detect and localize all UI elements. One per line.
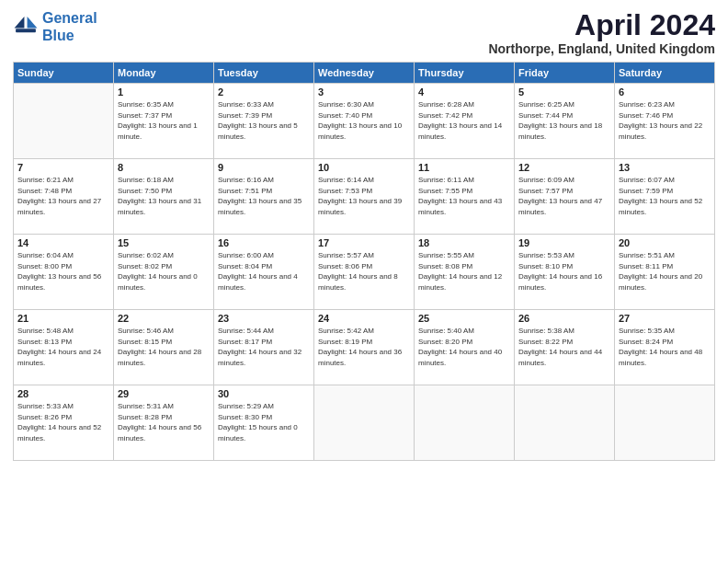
day-number: 26 (518, 313, 610, 324)
day-info: Sunrise: 6:00 AMSunset: 8:04 PMDaylight:… (218, 250, 310, 293)
day-info: Sunrise: 6:14 AMSunset: 7:53 PMDaylight:… (318, 175, 410, 217)
day-number: 11 (418, 162, 510, 173)
calendar-cell: 13Sunrise: 6:07 AMSunset: 7:59 PMDayligh… (615, 159, 715, 235)
calendar-cell: 14Sunrise: 6:04 AMSunset: 8:00 PMDayligh… (14, 235, 114, 310)
day-number: 23 (218, 313, 310, 324)
day-info: Sunrise: 5:29 AMSunset: 8:30 PMDaylight:… (218, 401, 310, 443)
day-info: Sunrise: 6:23 AMSunset: 7:46 PMDaylight:… (619, 99, 711, 142)
day-info: Sunrise: 6:02 AMSunset: 8:02 PMDaylight:… (118, 250, 210, 293)
day-info: Sunrise: 5:51 AMSunset: 8:11 PMDaylight:… (619, 250, 711, 293)
calendar-cell: 23Sunrise: 5:44 AMSunset: 8:17 PMDayligh… (214, 310, 314, 385)
header-row: Sunday Monday Tuesday Wednesday Thursday… (14, 63, 715, 84)
logo-icon (13, 14, 39, 40)
svg-marker-0 (28, 17, 38, 28)
col-friday: Friday (515, 63, 615, 84)
calendar-week-5: 28Sunrise: 5:33 AMSunset: 8:26 PMDayligh… (14, 385, 715, 461)
col-wednesday: Wednesday (314, 63, 415, 84)
day-info: Sunrise: 6:07 AMSunset: 7:59 PMDaylight:… (619, 175, 711, 217)
calendar-cell: 28Sunrise: 5:33 AMSunset: 8:26 PMDayligh… (14, 385, 114, 461)
calendar-cell: 26Sunrise: 5:38 AMSunset: 8:22 PMDayligh… (515, 310, 615, 385)
calendar-cell (515, 385, 615, 461)
day-info: Sunrise: 6:09 AMSunset: 7:57 PMDaylight:… (518, 175, 610, 217)
day-number: 13 (619, 162, 711, 173)
day-number: 20 (619, 237, 711, 248)
calendar-cell: 20Sunrise: 5:51 AMSunset: 8:11 PMDayligh… (615, 235, 715, 310)
calendar-week-2: 7Sunrise: 6:21 AMSunset: 7:48 PMDaylight… (14, 159, 715, 235)
day-info: Sunrise: 5:55 AMSunset: 8:08 PMDaylight:… (418, 250, 510, 293)
day-info: Sunrise: 5:46 AMSunset: 8:15 PMDaylight:… (118, 326, 210, 368)
calendar-cell: 10Sunrise: 6:14 AMSunset: 7:53 PMDayligh… (314, 159, 415, 235)
day-info: Sunrise: 5:44 AMSunset: 8:17 PMDaylight:… (218, 326, 310, 368)
month-title: April 2024 (488, 9, 715, 41)
calendar-cell: 2Sunrise: 6:33 AMSunset: 7:39 PMDaylight… (214, 84, 314, 159)
location: Northorpe, England, United Kingdom (488, 41, 715, 56)
day-info: Sunrise: 5:38 AMSunset: 8:22 PMDaylight:… (518, 326, 610, 368)
title-block: April 2024 Northorpe, England, United Ki… (488, 9, 715, 56)
svg-rect-2 (16, 29, 36, 33)
day-number: 16 (218, 237, 310, 248)
day-info: Sunrise: 6:21 AMSunset: 7:48 PMDaylight:… (17, 175, 109, 217)
calendar-cell: 17Sunrise: 5:57 AMSunset: 8:06 PMDayligh… (314, 235, 415, 310)
day-info: Sunrise: 5:57 AMSunset: 8:06 PMDaylight:… (318, 250, 410, 293)
header: General Blue April 2024 Northorpe, Engla… (13, 9, 715, 56)
calendar-cell: 30Sunrise: 5:29 AMSunset: 8:30 PMDayligh… (214, 385, 314, 461)
col-thursday: Thursday (415, 63, 515, 84)
calendar-cell: 3Sunrise: 6:30 AMSunset: 7:40 PMDaylight… (314, 84, 415, 159)
day-number: 4 (418, 86, 510, 98)
day-number: 18 (418, 237, 510, 248)
day-number: 27 (619, 313, 711, 324)
col-monday: Monday (114, 63, 214, 84)
calendar-cell: 16Sunrise: 6:00 AMSunset: 8:04 PMDayligh… (214, 235, 314, 310)
calendar-cell: 1Sunrise: 6:35 AMSunset: 7:37 PMDaylight… (114, 84, 214, 159)
logo-line1: General (42, 10, 97, 26)
logo: General Blue (13, 9, 97, 44)
day-info: Sunrise: 5:35 AMSunset: 8:24 PMDaylight:… (619, 326, 711, 368)
day-info: Sunrise: 5:33 AMSunset: 8:26 PMDaylight:… (17, 401, 109, 443)
day-number: 12 (518, 162, 610, 173)
day-number: 21 (17, 313, 109, 324)
day-number: 9 (218, 162, 310, 173)
page: General Blue April 2024 Northorpe, Engla… (0, 0, 728, 563)
col-sunday: Sunday (14, 63, 114, 84)
day-number: 19 (518, 237, 610, 248)
day-number: 30 (218, 388, 310, 399)
day-number: 14 (17, 237, 109, 248)
day-info: Sunrise: 5:48 AMSunset: 8:13 PMDaylight:… (17, 326, 109, 368)
calendar-cell (615, 385, 715, 461)
day-number: 5 (518, 86, 610, 98)
day-info: Sunrise: 6:18 AMSunset: 7:50 PMDaylight:… (118, 175, 210, 217)
day-info: Sunrise: 5:53 AMSunset: 8:10 PMDaylight:… (518, 250, 610, 293)
day-number: 6 (619, 86, 711, 98)
calendar-week-4: 21Sunrise: 5:48 AMSunset: 8:13 PMDayligh… (14, 310, 715, 385)
calendar-cell: 12Sunrise: 6:09 AMSunset: 7:57 PMDayligh… (515, 159, 615, 235)
day-number: 1 (118, 86, 210, 98)
col-saturday: Saturday (615, 63, 715, 84)
calendar-cell: 25Sunrise: 5:40 AMSunset: 8:20 PMDayligh… (415, 310, 515, 385)
calendar-cell: 4Sunrise: 6:28 AMSunset: 7:42 PMDaylight… (415, 84, 515, 159)
calendar-cell (314, 385, 415, 461)
day-number: 25 (418, 313, 510, 324)
calendar-cell: 21Sunrise: 5:48 AMSunset: 8:13 PMDayligh… (14, 310, 114, 385)
calendar-cell: 5Sunrise: 6:25 AMSunset: 7:44 PMDaylight… (515, 84, 615, 159)
day-number: 7 (17, 162, 109, 173)
calendar-cell: 15Sunrise: 6:02 AMSunset: 8:02 PMDayligh… (114, 235, 214, 310)
day-number: 22 (118, 313, 210, 324)
calendar-cell: 22Sunrise: 5:46 AMSunset: 8:15 PMDayligh… (114, 310, 214, 385)
calendar-week-1: 1Sunrise: 6:35 AMSunset: 7:37 PMDaylight… (14, 84, 715, 159)
day-number: 29 (118, 388, 210, 399)
day-number: 10 (318, 162, 410, 173)
day-number: 15 (118, 237, 210, 248)
calendar-cell: 29Sunrise: 5:31 AMSunset: 8:28 PMDayligh… (114, 385, 214, 461)
day-number: 3 (318, 86, 410, 98)
calendar-cell: 11Sunrise: 6:11 AMSunset: 7:55 PMDayligh… (415, 159, 515, 235)
calendar-cell: 8Sunrise: 6:18 AMSunset: 7:50 PMDaylight… (114, 159, 214, 235)
day-number: 17 (318, 237, 410, 248)
col-tuesday: Tuesday (214, 63, 314, 84)
day-info: Sunrise: 5:42 AMSunset: 8:19 PMDaylight:… (318, 326, 410, 368)
calendar-table: Sunday Monday Tuesday Wednesday Thursday… (13, 62, 715, 461)
day-number: 24 (318, 313, 410, 324)
day-info: Sunrise: 6:33 AMSunset: 7:39 PMDaylight:… (218, 99, 310, 142)
day-info: Sunrise: 6:16 AMSunset: 7:51 PMDaylight:… (218, 175, 310, 217)
calendar-cell (415, 385, 515, 461)
calendar-week-3: 14Sunrise: 6:04 AMSunset: 8:00 PMDayligh… (14, 235, 715, 310)
